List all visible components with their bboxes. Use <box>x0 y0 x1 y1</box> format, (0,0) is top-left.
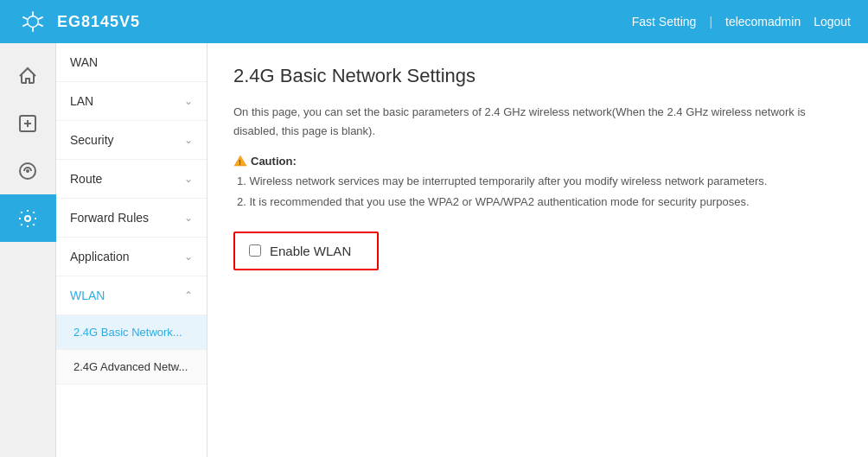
nav-sub-item-24g-basic[interactable]: 2.4G Basic Network... <box>56 315 207 350</box>
logout-link[interactable]: Logout <box>814 15 851 29</box>
fast-setting-link[interactable]: Fast Setting <box>632 15 697 29</box>
nav-item-wan[interactable]: WAN <box>56 43 207 82</box>
sidebar-icon-home[interactable] <box>0 52 56 99</box>
header: EG8145V5 Fast Setting | telecomadmin Log… <box>0 0 868 43</box>
nav-item-application[interactable]: Application ⌄ <box>56 238 207 276</box>
chevron-down-icon: ⌄ <box>184 251 193 263</box>
caution-section: ! Caution: 1. Wireless network services … <box>233 154 842 212</box>
user-link[interactable]: telecomadmin <box>725 15 801 29</box>
nav-item-forward-rules[interactable]: Forward Rules ⌄ <box>56 199 207 238</box>
page-title: 2.4G Basic Network Settings <box>233 65 842 87</box>
icon-sidebar <box>0 43 56 457</box>
enable-wlan-box: Enable WLAN <box>233 232 379 270</box>
chevron-down-icon: ⌄ <box>184 212 193 224</box>
svg-line-6 <box>38 17 42 20</box>
enable-wlan-checkbox[interactable] <box>249 244 261 257</box>
chevron-up-icon: ⌃ <box>184 289 193 301</box>
svg-text:!: ! <box>239 158 241 167</box>
caution-item-2: 2. It is recommended that you use the WP… <box>237 192 842 212</box>
nav-sub-item-24g-advanced[interactable]: 2.4G Advanced Netw... <box>56 350 207 384</box>
enable-wlan-label[interactable]: Enable WLAN <box>270 244 351 258</box>
sidebar-icon-status[interactable] <box>0 147 56 194</box>
nav-item-lan[interactable]: LAN ⌄ <box>56 82 207 121</box>
caution-item-1: 1. Wireless network services may be inte… <box>237 171 842 191</box>
caution-label: ! Caution: <box>233 154 842 168</box>
caution-list: 1. Wireless network services may be inte… <box>233 171 842 212</box>
svg-line-5 <box>22 24 27 27</box>
svg-point-12 <box>25 216 30 221</box>
sidebar-icon-add[interactable] <box>0 99 56 147</box>
nav-item-route[interactable]: Route ⌄ <box>56 160 207 199</box>
svg-line-4 <box>38 24 42 27</box>
header-nav: Fast Setting | telecomadmin Logout <box>632 15 851 29</box>
logo-area: EG8145V5 <box>17 10 140 34</box>
chevron-down-icon: ⌄ <box>184 134 193 146</box>
huawei-logo-icon <box>17 10 48 34</box>
description-text: On this page, you can set the basic para… <box>233 103 842 141</box>
svg-line-3 <box>22 17 27 20</box>
sidebar-icon-settings[interactable] <box>0 194 56 242</box>
warning-icon: ! <box>233 154 247 168</box>
nav-item-security[interactable]: Security ⌄ <box>56 121 207 160</box>
nav-divider: | <box>709 15 712 29</box>
svg-point-0 <box>28 16 39 28</box>
chevron-down-icon: ⌄ <box>184 95 193 107</box>
main-layout: WAN LAN ⌄ Security ⌄ Route ⌄ Forward Rul… <box>0 43 868 457</box>
brand-name: EG8145V5 <box>57 13 140 31</box>
svg-point-11 <box>27 170 29 172</box>
nav-item-wlan[interactable]: WLAN ⌃ <box>56 276 207 315</box>
nav-sidebar: WAN LAN ⌄ Security ⌄ Route ⌄ Forward Rul… <box>56 43 207 457</box>
chevron-down-icon: ⌄ <box>184 173 193 185</box>
content-area: 2.4G Basic Network Settings On this page… <box>207 43 868 457</box>
